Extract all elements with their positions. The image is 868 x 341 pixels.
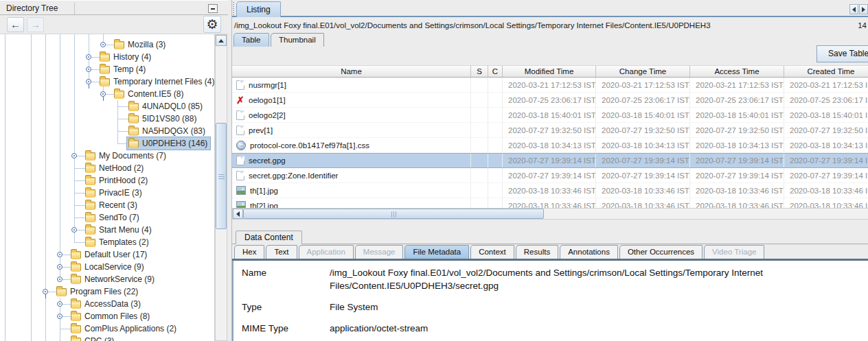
table-row[interactable]: protocol-core.0b1417ef97fa[1].css2020-03…: [232, 138, 868, 153]
collapse-handle-icon[interactable]: [86, 79, 91, 84]
tree-node[interactable]: Templates (2): [84, 236, 152, 248]
tab-annotations[interactable]: Annotations: [560, 245, 618, 259]
tree-node[interactable]: ComPlus Applications (2): [69, 322, 179, 335]
tree-guide-line: [5, 34, 5, 341]
right-arrow-icon: [862, 7, 865, 12]
tree-node[interactable]: Temp (4): [98, 63, 148, 75]
column-header[interactable]: Name: [232, 66, 471, 77]
expand-handle-icon[interactable]: [71, 153, 77, 158]
minimize-icon[interactable]: [208, 4, 218, 13]
tree-node[interactable]: Default User (17): [69, 248, 150, 261]
folder-icon: [71, 338, 81, 341]
table-row[interactable]: oelogo2[2]2020-03-18 15:40:01 IST2020-03…: [232, 108, 868, 123]
expand-handle-icon[interactable]: [57, 314, 62, 319]
scroll-left-button[interactable]: [233, 209, 243, 219]
tree-toolbar: ← → ⚙: [0, 15, 228, 34]
drag-grip-icon[interactable]: [233, 2, 234, 16]
expand-handle-icon[interactable]: [57, 264, 62, 270]
tree-node[interactable]: Temporary Internet Files (4): [98, 75, 215, 88]
tab-thumbnail[interactable]: Thumbnail: [271, 33, 324, 47]
tree-node-label: My Documents (7): [99, 151, 166, 161]
timestamp-cell: 2020-07-25 23:06:17 IST: [690, 93, 784, 107]
tab-file-metadata[interactable]: File Metadata: [404, 245, 469, 259]
timestamp-cell: 2020-07-27 19:32:50 IST: [596, 123, 690, 137]
scroll-up-button[interactable]: [216, 35, 227, 46]
table-row[interactable]: ✗oelogo1[1]2020-07-25 23:06:17 IST2020-0…: [232, 93, 868, 108]
expand-handle-icon[interactable]: [71, 227, 77, 233]
column-header[interactable]: C: [488, 66, 503, 77]
tree-node-label: Temporary Internet Files (4): [113, 77, 214, 86]
timestamp-cell: 2020-07-27 19:32:50 IST: [503, 123, 596, 137]
folder-icon: [128, 115, 139, 123]
up-arrow-icon: [218, 39, 224, 43]
path-bar: /img_Lookout Foxy final.E01/vol_vol2/Doc…: [232, 19, 868, 33]
tree-node[interactable]: CPC (3): [69, 335, 117, 341]
expand-handle-icon[interactable]: [57, 252, 62, 257]
tree-node[interactable]: NA5HDQGX (83): [127, 125, 208, 137]
table-horizontal-scrollbar[interactable]: [232, 208, 868, 220]
column-header[interactable]: S: [471, 66, 488, 77]
metadata-row: MIME Typeapplication/octet-stream: [242, 322, 859, 335]
tree-node[interactable]: Common Files (8): [69, 310, 152, 322]
table-row[interactable]: secret.gpg:Zone.Identifier2020-07-27 19:…: [232, 168, 868, 183]
timestamp-cell: 2020-07-27 19:39:14 IST: [784, 168, 868, 183]
expand-handle-icon[interactable]: [100, 42, 106, 47]
tree-node[interactable]: Content.IE5 (8): [113, 88, 186, 100]
tree-node[interactable]: AccessData (3): [69, 298, 144, 310]
tree-node[interactable]: Program Files (22): [55, 285, 141, 298]
tree-node[interactable]: SendTo (7): [84, 211, 142, 224]
tree-node[interactable]: PrivacIE (3): [84, 187, 145, 199]
tree-vertical-scrollbar[interactable]: [215, 34, 227, 341]
file-name: secret.gpg: [249, 156, 286, 165]
tree-node-label: Common Files (8): [84, 311, 150, 321]
table-row[interactable]: th[2].jpg2020-03-18 10:33:46 IST2020-03-…: [232, 198, 868, 208]
table-row[interactable]: prev[1]2020-07-27 19:32:50 IST2020-07-27…: [232, 123, 868, 138]
tab-table[interactable]: Table: [233, 33, 269, 47]
web-icon: [236, 141, 246, 150]
expand-handle-icon[interactable]: [86, 67, 91, 72]
table-row[interactable]: secret.gpg2020-07-27 19:39:14 IST2020-07…: [232, 153, 868, 168]
tree-node[interactable]: 5ID1VS80 (88): [127, 113, 199, 125]
tab-context[interactable]: Context: [470, 245, 514, 259]
tree-node[interactable]: History (4): [98, 51, 154, 63]
tree-node[interactable]: 4UNADQL0 (85): [127, 100, 205, 113]
expand-handle-icon[interactable]: [57, 277, 62, 282]
tree-node[interactable]: NetworkService (9): [69, 273, 157, 285]
tree-node[interactable]: PrintHood (2): [84, 174, 150, 187]
gear-icon[interactable]: ⚙: [203, 16, 221, 33]
folder-icon: [71, 251, 81, 259]
collapse-handle-icon[interactable]: [43, 289, 48, 294]
column-header[interactable]: Created Time: [784, 66, 868, 77]
tab-scroll-left-button[interactable]: [849, 4, 858, 14]
left-arrow-icon: [852, 7, 856, 12]
tree-node[interactable]: NetHood (2): [84, 162, 146, 174]
scroll-thumb[interactable]: [216, 123, 227, 229]
tab-scroll-right-button[interactable]: [859, 4, 868, 14]
collapse-handle-icon[interactable]: [100, 91, 106, 97]
tab-listing[interactable]: Listing: [236, 1, 281, 17]
tree-node-label: PrintHood (2): [99, 176, 148, 185]
tree-node[interactable]: Start Menu (4): [84, 224, 155, 236]
tree-node[interactable]: Recent (3): [84, 199, 140, 211]
tab-results[interactable]: Results: [516, 245, 558, 259]
save-table-button[interactable]: Save Table as CSV: [816, 45, 868, 62]
column-header[interactable]: Change Time: [596, 66, 690, 77]
tree-node[interactable]: My Documents (7): [84, 150, 169, 162]
tab-hex[interactable]: Hex: [234, 245, 264, 259]
tab-text[interactable]: Text: [266, 245, 297, 259]
forward-button[interactable]: →: [27, 17, 44, 32]
expand-handle-icon[interactable]: [57, 301, 62, 307]
table-row[interactable]: th[1].jpg2020-03-18 10:33:46 IST2020-03-…: [232, 183, 868, 198]
left-arrow-icon: [236, 211, 240, 217]
table-row[interactable]: nusrmgr[1]2020-03-21 17:12:53 IST2020-03…: [232, 78, 868, 93]
scroll-thumb[interactable]: [243, 209, 544, 219]
tree-node[interactable]: U0PDHEH3 (146): [127, 137, 210, 150]
tree-node[interactable]: Mozilla (3): [113, 38, 168, 51]
column-header[interactable]: Modified Time: [503, 66, 596, 77]
back-button[interactable]: ←: [7, 17, 24, 32]
tab-other-occurrences[interactable]: Other Occurrences: [619, 245, 703, 259]
file-table: nusrmgr[1]2020-03-21 17:12:53 IST2020-03…: [232, 78, 868, 208]
tree-node[interactable]: LocalService (9): [69, 261, 147, 273]
column-header[interactable]: Access Time: [690, 66, 784, 77]
expand-handle-icon[interactable]: [86, 54, 91, 60]
